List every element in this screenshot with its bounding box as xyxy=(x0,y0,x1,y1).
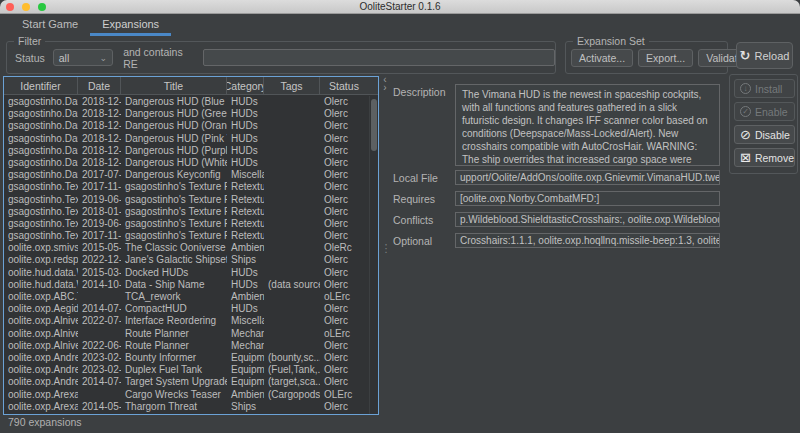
requires-value[interactable]: [oolite.oxp.Norby.CombatMFD:] xyxy=(455,191,720,206)
table-row[interactable]: oolite.hud.data.Wi...2015-03-...Docked H… xyxy=(4,267,369,279)
reload-button[interactable]: ↻ Reload xyxy=(736,42,793,69)
export-button[interactable]: Export... xyxy=(638,49,693,67)
table-row[interactable]: oolite.oxp.Andrey...2023-02-...Duplex Fu… xyxy=(4,364,369,376)
table-row[interactable]: gsagostinho.Dang...2018-12-...Dangerous … xyxy=(4,133,369,145)
table-row[interactable]: gsagostinho.Textu...2017-11-...gsagostin… xyxy=(4,181,369,193)
column-header-status[interactable]: Status xyxy=(320,77,368,94)
cell-identifier: oolite.oxp.redspea... xyxy=(4,254,78,266)
cell-title: Route Planner xyxy=(121,328,227,340)
conflicts-value[interactable]: p.Wildeblood.ShieldtasticCrosshairs:, oo… xyxy=(455,212,720,227)
close-window-icon[interactable] xyxy=(6,3,14,11)
cell-identifier: gsagostinho.Dang... xyxy=(4,169,78,181)
cell-identifier: oolite.oxp.Arexac... xyxy=(4,401,78,413)
column-header-title[interactable]: Title xyxy=(121,77,227,94)
column-header-tags[interactable]: Tags xyxy=(264,77,320,94)
cell-date: 2017-11-... xyxy=(78,230,121,242)
tab-expansions[interactable]: Expansions xyxy=(90,14,171,36)
table-row[interactable]: oolite.oxp.Andrey...2014-07-...Target Sy… xyxy=(4,376,369,388)
cell-tags xyxy=(264,254,320,266)
table-scrollbar[interactable] xyxy=(369,96,378,414)
cell-title: Interface Reordering xyxy=(121,315,227,327)
cell-date xyxy=(78,389,121,401)
tab-start-game[interactable]: Start Game xyxy=(10,14,90,36)
column-header-category[interactable]: Category xyxy=(227,77,264,94)
cell-category: Miscella... xyxy=(227,315,264,327)
cell-date: 2014-07-... xyxy=(78,303,121,315)
table-row[interactable]: oolite.oxp.Alnivel....2022-06-...Route P… xyxy=(4,340,369,352)
remove-label: Remove xyxy=(755,152,794,164)
cell-identifier: oolite.hud.data.Wi... xyxy=(4,279,78,291)
table-row[interactable]: oolite.oxp.ABC.T...TCA_reworkAmbienceoLE… xyxy=(4,291,369,303)
cell-category: HUDs xyxy=(227,108,264,120)
table-row[interactable]: oolite.oxp.Arexac...Cargo Wrecks TeaserA… xyxy=(4,389,369,401)
column-header-identifier[interactable]: Identifier xyxy=(4,77,78,94)
reload-icon: ↻ xyxy=(740,48,751,63)
zoom-window-icon[interactable] xyxy=(38,3,46,11)
cell-identifier: gsagostinho.Dang... xyxy=(4,120,78,132)
cell-status: oLErc xyxy=(320,291,368,303)
table-row[interactable]: gsagostinho.Textu...2017-11-...gsagostin… xyxy=(4,230,369,242)
optional-value[interactable]: Crosshairs:1.1.1, oolite.oxp.hoqllnq.mis… xyxy=(455,233,720,248)
table-row[interactable]: gsagostinho.Dang...2018-12-...Dangerous … xyxy=(4,108,369,120)
cell-status: Olerc xyxy=(320,352,368,364)
cell-status: Olerc xyxy=(320,169,368,181)
table-row[interactable]: gsagostinho.Dang...2017-07-...Dangerous … xyxy=(4,169,369,181)
table-row[interactable]: gsagostinho.Dang...2018-12-...Dangerous … xyxy=(4,145,369,157)
status-filter-label: Status xyxy=(15,52,45,64)
table-scrollbar-thumb[interactable] xyxy=(371,99,377,151)
cell-tags xyxy=(264,96,320,108)
minimize-window-icon[interactable] xyxy=(22,3,30,11)
cell-identifier: gsagostinho.Textu... xyxy=(4,194,78,206)
enable-button[interactable]: ✓ Enable xyxy=(734,102,795,121)
cell-tags xyxy=(264,120,320,132)
table-row[interactable]: oolite.oxp.Andrey...2023-02-...Bounty In… xyxy=(4,352,369,364)
split-divider[interactable]: ‹ › ⋮ xyxy=(379,76,391,415)
cell-tags xyxy=(264,401,320,413)
cell-title: Docked HUDs xyxy=(121,267,227,279)
table-row[interactable]: oolite.oxp.Aegide...2014-07-...CompactHU… xyxy=(4,303,369,315)
table-row[interactable]: oolite.oxp.redspea...2022-12-...Jane's G… xyxy=(4,254,369,266)
table-row[interactable]: gsagostinho.Textu...2019-06-...gsagostin… xyxy=(4,218,369,230)
table-row[interactable]: gsagostinho.Textu...2018-01-...gsagostin… xyxy=(4,206,369,218)
install-button[interactable]: ↓ Install xyxy=(734,79,795,98)
status-filter-dropdown[interactable]: all ⌄ xyxy=(53,49,113,66)
cell-tags xyxy=(264,218,320,230)
cell-category: Ambience xyxy=(227,389,264,401)
cell-tags xyxy=(264,206,320,218)
cell-title: TCA_rework xyxy=(121,291,227,303)
description-text[interactable]: The Vimana HUD is the newest in spaceshi… xyxy=(455,84,720,166)
cell-identifier: gsagostinho.Textu... xyxy=(4,218,78,230)
cell-title: Dangerous HUD (Blue Va... xyxy=(121,96,227,108)
cell-identifier: gsagostinho.Textu... xyxy=(4,206,78,218)
cell-status: OLErc xyxy=(320,389,368,401)
cell-status: Olerc xyxy=(320,145,368,157)
table-row[interactable]: gsagostinho.Textu...2019-06-...gsagostin… xyxy=(4,194,369,206)
table-row[interactable]: oolite.hud.data.Wi...2014-10-...Data - S… xyxy=(4,279,369,291)
divider-grip-icon[interactable]: ⋮ xyxy=(381,242,390,255)
cell-status: Olerc xyxy=(320,267,368,279)
table-row[interactable]: gsagostinho.Dang...2018-12-...Dangerous … xyxy=(4,157,369,169)
cell-title: Thargorn Threat xyxy=(121,401,227,413)
expand-right-icon[interactable]: › xyxy=(383,84,386,92)
expansion-set-group: Expansion Set Activate... Export... Vali… xyxy=(565,41,728,74)
table-row[interactable]: gsagostinho.Dang...2018-12-...Dangerous … xyxy=(4,120,369,132)
disable-button[interactable]: ⊘ Disable xyxy=(734,125,795,144)
table-row[interactable]: oolite.oxp.smivs.Cl...2015-05-...The Cla… xyxy=(4,242,369,254)
table-row[interactable]: oolite.oxp.Arexac...2014-05-...Thargorn … xyxy=(4,401,369,413)
table-row[interactable]: oolite.oxp.Alnivel....Route PlannerMecha… xyxy=(4,328,369,340)
local-file-label: Local File xyxy=(393,172,438,184)
description-label: Description xyxy=(393,86,446,98)
table-row[interactable]: gsagostinho.Dang...2018-12-...Dangerous … xyxy=(4,96,369,108)
cell-identifier: oolite.hud.data.Wi... xyxy=(4,267,78,279)
activate-button[interactable]: Activate... xyxy=(571,49,633,67)
local-file-value[interactable]: upport/Oolite/AddOns/oolite.oxp.Gnievmir… xyxy=(455,170,720,185)
conflicts-label: Conflicts xyxy=(393,214,433,226)
remove-button[interactable]: ⊠ Remove xyxy=(734,148,795,167)
cell-title: The Classic Ooniverse C... xyxy=(121,242,227,254)
cell-identifier: gsagostinho.Textu... xyxy=(4,181,78,193)
table-row[interactable]: oolite.oxp.Alnivel.I...2022-07-...Interf… xyxy=(4,315,369,327)
regex-filter-input[interactable] xyxy=(203,49,555,66)
cell-identifier: oolite.oxp.Alnivel.... xyxy=(4,340,78,352)
column-header-date[interactable]: Date xyxy=(78,77,121,94)
remove-icon: ⊠ xyxy=(740,151,751,164)
